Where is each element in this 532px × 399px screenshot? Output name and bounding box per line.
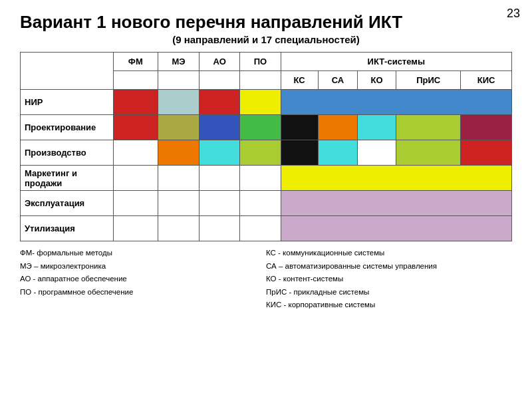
col-header-ao: АО [200, 53, 240, 71]
page-title: Вариант 1 нового перечня направлений ИКТ [20, 12, 512, 33]
cell-prod-ks [281, 140, 318, 166]
cell-prod-po [240, 140, 281, 166]
cell-util-ikt [281, 216, 511, 241]
cell-proj-ao [200, 115, 240, 140]
cell-proj-fm [114, 115, 158, 140]
col-header-ao2 [200, 71, 240, 90]
cell-expl-me [158, 191, 200, 216]
legend-item-ko: КО - контент-системы [266, 273, 512, 286]
row-label-prod: Производство [21, 140, 114, 166]
page-number: 23 [507, 7, 520, 21]
cell-proj-kis [461, 115, 512, 140]
col-header-pris: ПрИС [396, 71, 461, 90]
legend-item-ca: СА – автоматизированные системы управлен… [266, 260, 512, 273]
cell-mark-po [240, 166, 281, 191]
cell-expl-fm [114, 191, 158, 216]
cell-expl-ao [200, 191, 240, 216]
row-label-expl: Эксплуатация [21, 191, 114, 216]
table-row-prod: Производство [21, 140, 512, 166]
legend-item-po: ПО - программное обеспечение [20, 286, 266, 299]
cell-prod-me [158, 140, 200, 166]
cell-proj-ks [281, 115, 318, 140]
col-header-me: МЭ [158, 53, 200, 71]
row-label-mark: Маркетинг и продажи [21, 166, 114, 191]
cell-proj-pris [396, 115, 461, 140]
main-table: ФМ МЭ АО ПО ИКТ-системы КС СА КО ПрИС КИ… [20, 52, 512, 241]
cell-proj-ko [357, 115, 396, 140]
page-subtitle: (9 направлений и 17 специальностей) [20, 34, 512, 45]
cell-util-fm [114, 216, 158, 241]
legend-item-me: МЭ – микроэлектроника [20, 260, 266, 273]
col-header-me2 [158, 71, 200, 90]
cell-nir-po [240, 90, 281, 115]
row-label-util: Утилизация [21, 216, 114, 241]
cell-prod-fm [114, 140, 158, 166]
col-header-ca: СА [318, 71, 357, 90]
cell-mark-ikt [281, 166, 511, 191]
legend-right: КС - коммуникационные системы СА – автом… [266, 247, 512, 312]
table-row-util: Утилизация [21, 216, 512, 241]
cell-expl-po [240, 191, 281, 216]
legend-left: ФМ- формальные методы МЭ – микроэлектрон… [20, 247, 266, 312]
cell-nir-ikt [281, 90, 511, 115]
legend-item-ks: КС - коммуникационные системы [266, 247, 512, 260]
cell-util-po [240, 216, 281, 241]
cell-proj-me [158, 115, 200, 140]
row-label-nir: НИР [21, 90, 114, 115]
legend-item-kis: КИС - корпоративные системы [266, 299, 512, 312]
legend-item-ao: АО - аппаратное обеспечение [20, 273, 266, 286]
table-row-expl: Эксплуатация [21, 191, 512, 216]
legend-item-fm: ФМ- формальные методы [20, 247, 266, 260]
table-row-proj: Проектирование [21, 115, 512, 140]
cell-proj-ca [318, 115, 357, 140]
col-header-ks: КС [281, 71, 318, 90]
cell-nir-me [158, 90, 200, 115]
col-header-kis: КИС [461, 71, 512, 90]
col-header-fm2 [114, 71, 158, 90]
table-row-mark: Маркетинг и продажи [21, 166, 512, 191]
main-table-wrapper: ФМ МЭ АО ПО ИКТ-системы КС СА КО ПрИС КИ… [20, 52, 512, 241]
legend: ФМ- формальные методы МЭ – микроэлектрон… [20, 247, 512, 312]
col-header-po2 [240, 71, 281, 90]
cell-prod-kis [461, 140, 512, 166]
cell-prod-ca [318, 140, 357, 166]
cell-expl-ikt [281, 191, 511, 216]
cell-util-me [158, 216, 200, 241]
legend-item-pris: ПрИС - прикладные системы [266, 286, 512, 299]
col-header-ikt: ИКТ-системы [281, 53, 511, 71]
table-row-nir: НИР [21, 90, 512, 115]
cell-prod-ao [200, 140, 240, 166]
row-label-proj: Проектирование [21, 115, 114, 140]
cell-nir-ao [200, 90, 240, 115]
col-header-ko: КО [357, 71, 396, 90]
cell-mark-me [158, 166, 200, 191]
cell-mark-ao [200, 166, 240, 191]
cell-proj-po [240, 115, 281, 140]
cell-mark-fm [114, 166, 158, 191]
cell-util-ao [200, 216, 240, 241]
col-header-fm: ФМ [114, 53, 158, 71]
cell-prod-pris [396, 140, 461, 166]
cell-nir-fm [114, 90, 158, 115]
cell-prod-ko [357, 140, 396, 166]
col-header-po: ПО [240, 53, 281, 71]
